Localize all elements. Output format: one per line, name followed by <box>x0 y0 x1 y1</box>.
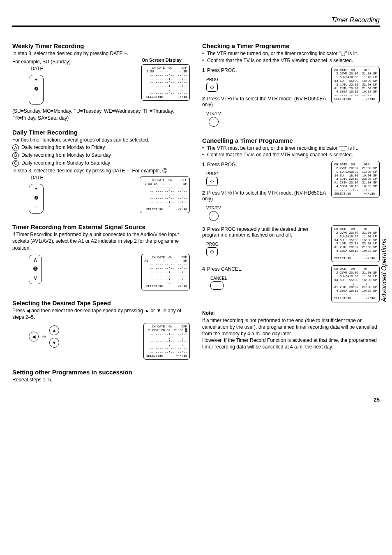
weekly-legend: (SU=Sunday, MO=Monday, TU=Tuesday, WE=We… <box>12 108 190 121</box>
tapespeed-p: Press ◀ and then select the desired tape… <box>12 307 190 320</box>
daily-b-text: Daily recording from Monday to Saturday <box>21 152 111 158</box>
osd-daily: CH DATE ON OFF 2 SU-SA --:-- --:-- SP --… <box>140 176 190 213</box>
prog-button[interactable]: PROG ⏲ <box>206 77 218 92</box>
arrow-sep: ⇨ <box>42 334 46 339</box>
osd-weekly: CH DATE ON OFF 2 SU --:-- --:-- SP -- --… <box>141 64 190 101</box>
heading-external: Timer Recording from External Signal Sou… <box>12 223 190 230</box>
cancel-step2: Press VTR/TV to select the VTR mode. (NV… <box>202 190 326 202</box>
daily-b: BDaily recording from Monday to Saturday <box>12 152 190 159</box>
heading-weekly: Weekly Timer Recording <box>12 42 190 49</box>
ch-down[interactable]: ∨ <box>29 273 42 282</box>
vtr-label: VTR/TV <box>206 111 221 116</box>
arrow-buttons: ◀ ⇨ ▲ ▼ <box>29 325 59 348</box>
prog-button-3[interactable]: PROG ⏲ <box>206 242 218 256</box>
checking-b2: Confirm that the TV is on and the VTR vi… <box>202 57 380 64</box>
osd-checking: CH DATE ON OFF 2 27WE 20:02 21:30 SP 1 S… <box>331 67 380 103</box>
cancel-step1: Press PROG. <box>207 162 237 167</box>
down-arrow-button[interactable]: ▼ <box>49 338 59 348</box>
date-minus[interactable]: − <box>29 93 43 102</box>
cancel-step3: Press PROG repeatedly until the desired … <box>202 226 309 238</box>
cancel-label: CANCEL <box>210 276 227 281</box>
side-tab: Advanced Operations <box>380 239 388 302</box>
date-mid-2: ❸ <box>29 193 43 202</box>
heading-checking: Checking a Timer Programme <box>202 42 380 49</box>
osd-cancel-4: CH DATE ON OFF 2 27WE 20:02 21:30 SP 1 S… <box>331 265 380 302</box>
weekly-p2: For example, SU (Sunday) <box>12 58 71 65</box>
cancel-button[interactable]: CANCEL <box>210 276 227 290</box>
ch-mid: ❷ <box>29 264 42 273</box>
daily-p3: In step 3, select the desired days by pr… <box>12 167 190 174</box>
daily-a-text: Daily recording from Monday to Friday <box>21 144 105 150</box>
ch-up[interactable]: ∧ <box>29 255 42 264</box>
prog-button-2[interactable]: PROG ⏲ <box>206 172 218 186</box>
up-arrow-button[interactable]: ▲ <box>49 325 59 335</box>
osd-label: On Screen Display <box>75 58 182 63</box>
left-column: Weekly Timer Recording In step 3, select… <box>12 35 190 384</box>
osd-tapespeed: CH DATE ON OFF 2 27WE 20:02 21:30 ▓ -- -… <box>143 323 190 360</box>
heading-succession: Setting other Programmes in succession <box>12 369 190 376</box>
date-mid: ❸ <box>29 84 43 93</box>
heading-tapespeed: Selecting the Desired Tape Speed <box>12 300 190 307</box>
daily-intro: For this timer function, several groups … <box>12 137 190 143</box>
checking-step2: Press VTR/TV to select the VTR mode. (NV… <box>202 96 326 107</box>
cancel-b1: The VTR must be turned on, or the timer … <box>202 145 380 152</box>
vtr-button-2[interactable]: VTR/TV <box>206 206 221 222</box>
external-p: If Timer Recording is performed by a uni… <box>12 231 190 251</box>
prog-label-3: PROG <box>206 242 218 246</box>
vtr-label-2: VTR/TV <box>206 206 221 210</box>
daily-a: ADaily recording from Monday to Friday <box>12 144 190 151</box>
checking-step1: Press PROG. <box>207 67 237 73</box>
date-label: DATE <box>29 66 45 72</box>
weekly-p1: In step 3, select the desired day by pre… <box>12 50 190 57</box>
osd-cancel-3: CH DATE ON OFF 2 27WE 20:02 21:30 SP 1 S… <box>331 225 380 262</box>
cancel-b2: Confirm that the TV is on and the VTR vi… <box>202 151 380 158</box>
cancel-step4: Press CANCEL. <box>207 266 242 272</box>
date-widget: + ❸ − <box>29 75 44 104</box>
date-plus-2[interactable]: + <box>29 184 43 193</box>
note-p: If a timer recording is not performed to… <box>202 317 380 351</box>
right-column: Checking a Timer Programme The VTR must … <box>202 35 380 384</box>
prog-label-2: PROG <box>206 172 218 176</box>
date-widget-2: + ❸ − <box>29 184 44 214</box>
page-header: Timer Recording <box>12 16 380 27</box>
checking-b1: The VTR must be turned on, or the timer … <box>202 50 380 57</box>
succession-p: Repeat steps 1–5. <box>12 376 190 383</box>
page-number: 25 <box>12 397 380 403</box>
left-arrow-button[interactable]: ◀ <box>29 332 39 341</box>
heading-cancel: Cancelling a Timer Programme <box>202 137 380 144</box>
note-heading: Note: <box>202 310 380 316</box>
daily-c-text: Daily recording from Sunday to Saturday <box>21 160 110 166</box>
osd-cancel-1: CH DATE ON OFF 2 27WE 20:02 21:30 SP 1 S… <box>331 161 380 197</box>
date-label-2: DATE <box>29 175 45 181</box>
osd-external: CH DATE ON OFF A1 ---- --:-- --:-- SP --… <box>141 254 190 290</box>
date-plus[interactable]: + <box>29 75 43 84</box>
prog-label: PROG <box>206 77 218 82</box>
daily-c: CDaily recording from Sunday to Saturday <box>12 160 190 167</box>
heading-daily: Daily Timer Recording <box>12 129 190 136</box>
date-minus-2[interactable]: − <box>29 202 43 211</box>
updown-widget: ∧ ❷ ∨ <box>29 255 42 284</box>
vtr-button[interactable]: VTR/TV <box>206 111 221 128</box>
